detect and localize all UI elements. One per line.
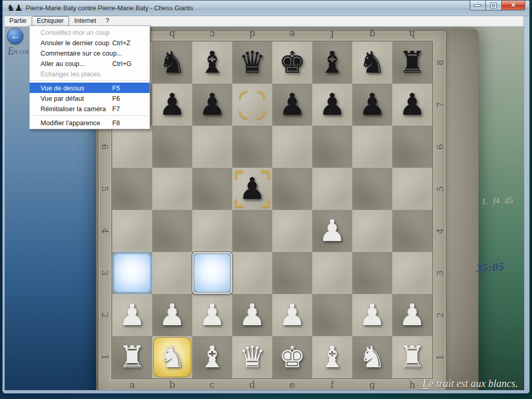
piece-white-bishop[interactable]: ♝	[192, 336, 232, 378]
maximize-button[interactable]	[486, 1, 502, 10]
piece-black-knight[interactable]: ♞	[152, 42, 192, 84]
menubar-item-partie[interactable]: Partie	[5, 16, 31, 26]
piece-black-bishop[interactable]: ♝	[192, 42, 232, 84]
square-e8[interactable]: ♚	[272, 42, 312, 84]
square-c2[interactable]: ♟	[192, 294, 232, 336]
square-f3[interactable]	[312, 252, 352, 294]
menu-item-commentaire-sur-ce-coup[interactable]: Commentaire sur ce coup...	[30, 48, 150, 58]
square-c3[interactable]	[192, 252, 232, 294]
piece-white-pawn[interactable]: ♟	[352, 294, 392, 336]
file-label-bottom-c: c	[192, 379, 232, 390]
square-g3[interactable]	[352, 252, 392, 294]
last-move-to-marker	[235, 170, 243, 179]
piece-white-pawn[interactable]: ♟	[152, 294, 192, 336]
window-controls: ✕	[470, 1, 525, 10]
square-c7[interactable]: ♟	[192, 84, 232, 126]
square-d6[interactable]	[232, 126, 272, 168]
square-f1[interactable]: ♝	[312, 336, 352, 378]
square-f2[interactable]	[312, 294, 352, 336]
square-g8[interactable]: ♞	[352, 42, 392, 84]
piece-white-bishop[interactable]: ♝	[312, 336, 352, 378]
cursor-square-frame	[192, 252, 232, 294]
piece-black-queen[interactable]: ♛	[232, 42, 272, 84]
rank-label-left-1: 1	[84, 353, 126, 362]
square-e1[interactable]: ♚	[272, 336, 312, 378]
rank-label-left-5: 5	[84, 184, 126, 194]
square-b3[interactable]	[152, 252, 192, 294]
menu-item-label: Commentaire sur ce coup...	[41, 49, 122, 57]
menu-item-r-initialiser-la-cam-ra[interactable]: Réinitialiser la caméraF7	[30, 103, 150, 114]
square-f5[interactable]	[312, 168, 352, 210]
piece-white-pawn[interactable]: ♟	[232, 294, 272, 336]
square-e6[interactable]	[272, 126, 312, 168]
square-f6[interactable]	[312, 126, 352, 168]
piece-white-pawn[interactable]: ♟	[272, 294, 312, 336]
piece-black-pawn[interactable]: ♟	[352, 84, 392, 126]
square-c1[interactable]: ♝	[192, 336, 232, 378]
square-e7[interactable]: ♟	[272, 84, 312, 126]
square-b2[interactable]: ♟	[152, 294, 192, 336]
piece-black-pawn[interactable]: ♟	[312, 84, 352, 126]
square-b8[interactable]: ♞	[152, 42, 192, 84]
square-b5[interactable]	[152, 168, 192, 210]
square-e2[interactable]: ♟	[272, 294, 312, 336]
menu-item-vue-de-dessus[interactable]: Vue de dessusF5	[30, 83, 150, 93]
close-button[interactable]: ✕	[502, 1, 525, 10]
square-d3[interactable]	[232, 252, 272, 294]
menu-item-annuler-le-dernier-coup[interactable]: Annuler le dernier coupCtrl+Z	[30, 37, 150, 48]
file-label-top-e: e	[272, 29, 312, 40]
square-c4[interactable]	[192, 210, 232, 252]
piece-black-pawn[interactable]: ♟	[152, 84, 192, 126]
square-f4[interactable]: ♟	[312, 210, 352, 252]
square-c5[interactable]	[192, 168, 232, 210]
square-g1[interactable]: ♞	[352, 336, 392, 378]
piece-black-knight[interactable]: ♞	[352, 42, 392, 84]
piece-black-king[interactable]: ♚	[272, 42, 312, 84]
square-d8[interactable]: ♛	[232, 42, 272, 84]
game-state-label: En cou	[8, 46, 31, 57]
square-e3[interactable]	[272, 252, 312, 294]
menu-item-modifier-l-apparence[interactable]: Modifier l'apparenceF8	[30, 117, 150, 128]
square-b7[interactable]: ♟	[152, 84, 192, 126]
back-button[interactable]: ←	[7, 28, 23, 44]
piece-white-knight[interactable]: ♞	[352, 336, 392, 378]
menu-separator	[31, 115, 149, 116]
piece-black-pawn[interactable]: ♟	[192, 84, 232, 126]
minimize-button[interactable]	[470, 1, 486, 10]
piece-black-bishop[interactable]: ♝	[312, 42, 352, 84]
square-c8[interactable]: ♝	[192, 42, 232, 84]
chess-board: ♜♞♝♛♚♝♞♜♟♟♟♟♟♟♟♟♟♟♟♟♟♟♟♟♜♞♝♛♚♝♞♜	[112, 42, 432, 378]
menubar-item-echiquier[interactable]: Echiquier	[32, 16, 69, 26]
square-g2[interactable]: ♟	[352, 294, 392, 336]
menubar-item-internet[interactable]: Internet	[70, 16, 101, 26]
square-e4[interactable]	[272, 210, 312, 252]
square-d7[interactable]	[232, 84, 272, 126]
piece-white-pawn[interactable]: ♟	[312, 210, 352, 252]
menu-item-label: Vue par défaut	[41, 95, 112, 102]
square-d1[interactable]: ♛	[232, 336, 272, 378]
square-c6[interactable]	[192, 126, 232, 168]
square-g7[interactable]: ♟	[352, 84, 392, 126]
square-d2[interactable]: ♟	[232, 294, 272, 336]
menubar-item-help[interactable]: ?	[101, 16, 114, 26]
square-b6[interactable]	[152, 126, 192, 168]
square-b4[interactable]	[152, 210, 192, 252]
piece-white-pawn[interactable]: ♟	[192, 294, 232, 336]
square-b1[interactable]: ♞	[152, 336, 192, 378]
square-d4[interactable]	[232, 210, 272, 252]
square-e5[interactable]	[272, 168, 312, 210]
square-g6[interactable]	[352, 126, 392, 168]
piece-white-king[interactable]: ♚	[272, 336, 312, 378]
square-g5[interactable]	[352, 168, 392, 210]
square-g4[interactable]	[352, 210, 392, 252]
menu-item-label: Aller au coup...	[41, 60, 112, 68]
menu-item-label: Conseillez-moi un coup	[41, 29, 112, 36]
menu-item-aller-au-coup[interactable]: Aller au coup...Ctrl+G	[30, 58, 150, 69]
menu-item-vue-par-d-faut[interactable]: Vue par défautF6	[30, 93, 150, 103]
piece-white-queen[interactable]: ♛	[232, 336, 272, 378]
square-f8[interactable]: ♝	[312, 42, 352, 84]
square-d5[interactable]: ♟	[232, 168, 272, 210]
back-arrow-icon: ←	[11, 31, 20, 41]
square-f7[interactable]: ♟	[312, 84, 352, 126]
piece-black-pawn[interactable]: ♟	[272, 84, 312, 126]
